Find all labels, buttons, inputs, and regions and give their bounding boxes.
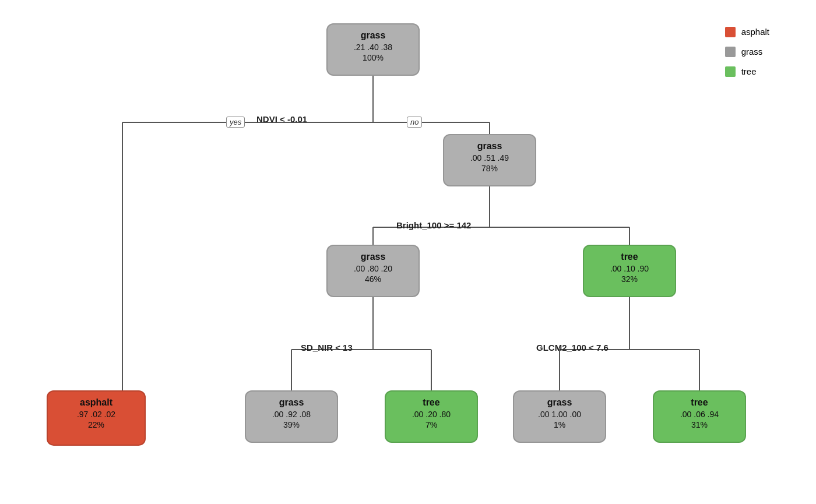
branch-yes: yes (226, 117, 245, 128)
split-ndvi: NDVI < -0.01 (256, 114, 307, 124)
node-leaf-grass1: grass .00 .92 .08 39% (245, 390, 338, 443)
node-left1: asphalt .97 .02 .02 22% (47, 390, 146, 446)
node-leaf-tree2: tree .00 .06 .94 31% (653, 390, 746, 443)
legend-label-grass: grass (741, 43, 763, 61)
branch-no: no (407, 117, 422, 128)
node-mid2left: grass .00 .80 .20 46% (326, 245, 420, 297)
legend-swatch-grass (725, 47, 736, 57)
node-leaf-tree1: tree .00 .20 .80 7% (385, 390, 478, 443)
legend-swatch-tree (725, 66, 736, 77)
legend-label-asphalt: asphalt (741, 23, 769, 41)
legend: asphalt grass tree (725, 23, 769, 83)
node-root: grass .21 .40 .38 100% (326, 23, 420, 76)
node-mid2right: tree .00 .10 .90 32% (583, 245, 676, 297)
legend-item-tree: tree (725, 63, 769, 80)
legend-label-tree: tree (741, 63, 757, 80)
legend-item-asphalt: asphalt (725, 23, 769, 41)
split-bright: Bright_100 >= 142 (396, 220, 471, 230)
tree-diagram: grass .21 .40 .38 100% yes no NDVI < -0.… (0, 0, 816, 504)
node-right1: grass .00 .51 .49 78% (443, 134, 536, 186)
node-leaf-grass2: grass .00 1.00 .00 1% (513, 390, 606, 443)
split-glcm2: GLCM2_100 < 7.6 (536, 343, 609, 353)
legend-item-grass: grass (725, 43, 769, 61)
legend-swatch-asphalt (725, 27, 736, 37)
split-sdnir: SD_NIR < 13 (301, 343, 353, 353)
